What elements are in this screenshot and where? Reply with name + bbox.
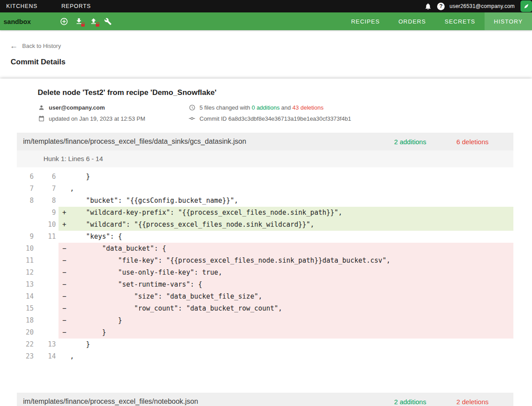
topnav-reports[interactable]: REPORTS — [55, 0, 97, 12]
commit-meta-right: 5 files changed with 0 additions and 43 … — [188, 104, 351, 122]
push-locked-icon[interactable] — [88, 16, 99, 27]
back-to-history-link[interactable]: ← Back to History — [10, 42, 61, 50]
diff-line: 13 − "set-runtime-vars": { — [17, 279, 513, 291]
file-deletions-count: 6 deletions — [456, 138, 489, 146]
new-line-number — [36, 255, 59, 267]
diff-line: 20 − } — [17, 327, 513, 339]
code-text: } — [70, 315, 513, 327]
code-text: "use-only-file-key": true, — [70, 267, 513, 279]
code-text: "file-key": "{{process_excel_files_node.… — [70, 255, 513, 267]
top-app-bar: KITCHENS REPORTS ? user26531@company.com — [0, 0, 532, 12]
tab-recipes[interactable]: RECIPES — [342, 12, 389, 30]
notifications-bell-icon[interactable] — [423, 2, 432, 11]
user-email[interactable]: user26531@company.com — [450, 3, 515, 9]
code-text: "set-runtime-vars": { — [70, 279, 513, 291]
old-line-number — [17, 219, 36, 231]
commit-author-row: user@company.com — [38, 104, 188, 111]
new-line-number: 9 — [36, 207, 59, 219]
files-changed-text: 5 files changed with 0 additions and 43 … — [200, 104, 324, 111]
commit-message: Delete node 'Test2' from recipe 'Demo_Sn… — [38, 88, 532, 97]
diff-line: 22 13 } — [17, 339, 513, 351]
file-path: im/templates/finance/process_excel_files… — [23, 398, 198, 406]
diff-marker: + — [59, 219, 70, 231]
commit-icon — [188, 115, 196, 122]
code-text: , — [70, 183, 513, 195]
new-line-number: 6 — [36, 171, 59, 183]
new-line-number — [36, 291, 59, 303]
tab-history[interactable]: HISTORY — [485, 12, 532, 30]
file-additions-count: 2 additions — [394, 398, 426, 406]
brand-logo-icon[interactable] — [520, 0, 532, 12]
old-line-number: 23 — [17, 351, 36, 363]
old-line-number: 14 — [17, 291, 36, 303]
diff-line: 15 − "row_count": "data_bucket_row_count… — [17, 303, 513, 315]
old-line-number: 20 — [17, 327, 36, 339]
diff-line: 23 14 , — [17, 351, 513, 363]
diff-marker: − — [59, 255, 70, 267]
commit-details-card: Delete node 'Test2' from recipe 'Demo_Sn… — [0, 79, 532, 406]
diff-line: 10 + "wildcard": "{{process_excel_files_… — [17, 219, 513, 231]
file-diff-header[interactable]: im/templates/finance/process_excel_files… — [17, 393, 513, 406]
code-text: } — [70, 171, 513, 183]
diff-marker: − — [59, 267, 70, 279]
code-text: } — [70, 339, 513, 351]
tab-secrets-label: SECRETS — [445, 18, 475, 25]
old-line-number: 10 — [17, 243, 36, 255]
kitchen-toolbar — [59, 16, 114, 27]
diff-line: 10 − "data_bucket": { — [17, 243, 513, 255]
add-icon[interactable] — [59, 16, 70, 27]
new-line-number — [36, 267, 59, 279]
diff-line: 12 − "use-only-file-key": true, — [17, 267, 513, 279]
hunk-header: Hunk 1: Lines 6 - 14 — [17, 150, 513, 167]
tab-recipes-label: RECIPES — [351, 18, 380, 25]
new-line-number — [36, 279, 59, 291]
tab-history-label: HISTORY — [494, 18, 523, 25]
commit-meta-left: user@company.com updated on Jan 19, 2023… — [38, 104, 188, 122]
diff-marker — [59, 231, 70, 243]
old-line-number — [17, 207, 36, 219]
code-text: } — [70, 327, 513, 339]
new-line-number: 8 — [36, 195, 59, 207]
files-changed-row: 5 files changed with 0 additions and 43 … — [188, 104, 351, 111]
diff-line: 8 8 "bucket": "{{gcsConfig.bucket_name}}… — [17, 195, 513, 207]
tab-orders[interactable]: ORDERS — [389, 12, 435, 30]
diff-line: 9 11 "keys": { — [17, 231, 513, 243]
new-line-number: 7 — [36, 183, 59, 195]
file-path: im/templates/finance/process_excel_files… — [23, 138, 246, 146]
pull-locked-icon[interactable] — [73, 16, 85, 27]
topnav-reports-label: REPORTS — [61, 3, 91, 9]
commit-updated-row: updated on Jan 19, 2023 at 12:53 PM — [38, 115, 188, 122]
diff-marker — [59, 339, 70, 351]
clock-icon — [188, 104, 196, 111]
tools-wrench-icon[interactable] — [102, 16, 114, 27]
diff-line: 9 + "wildcard-key-prefix": "{{process_ex… — [17, 207, 513, 219]
back-arrow-icon: ← — [10, 42, 18, 50]
old-line-number: 12 — [17, 267, 36, 279]
new-line-number: 13 — [36, 339, 59, 351]
code-text: "size": "data_bucket_file_size", — [70, 291, 513, 303]
topnav-kitchens[interactable]: KITCHENS — [0, 0, 43, 12]
diff-marker — [59, 195, 70, 207]
diff-marker: − — [59, 243, 70, 255]
tab-orders-label: ORDERS — [399, 18, 426, 25]
file-additions-count: 2 additions — [394, 138, 426, 146]
old-line-number: 18 — [17, 315, 36, 327]
code-text: "data_bucket": { — [70, 243, 513, 255]
new-line-number: 14 — [36, 351, 59, 363]
topnav-kitchens-label: KITCHENS — [6, 3, 37, 9]
help-icon[interactable]: ? — [437, 3, 445, 10]
tab-secrets[interactable]: SECRETS — [435, 12, 485, 30]
additions-count: 0 additions — [252, 104, 280, 111]
code-text: , — [70, 351, 513, 363]
old-line-number: 7 — [17, 183, 36, 195]
code-text: "wildcard": "{{process_excel_files_node.… — [70, 219, 513, 231]
diff-line: 11 − "file-key": "{{process_excel_files_… — [17, 255, 513, 267]
commit-updated: updated on Jan 19, 2023 at 12:53 PM — [49, 115, 145, 122]
old-line-number: 11 — [17, 255, 36, 267]
topbar-right-group: ? user26531@company.com — [423, 0, 532, 12]
code-text: "wildcard-key-prefix": "{{process_excel_… — [70, 207, 513, 219]
diff-line: 6 6 } — [17, 171, 513, 183]
file-diff-section: im/templates/finance/process_excel_files… — [17, 133, 513, 367]
diff-line: 14 − "size": "data_bucket_file_size", — [17, 291, 513, 303]
file-diff-header[interactable]: im/templates/finance/process_excel_files… — [17, 133, 513, 150]
